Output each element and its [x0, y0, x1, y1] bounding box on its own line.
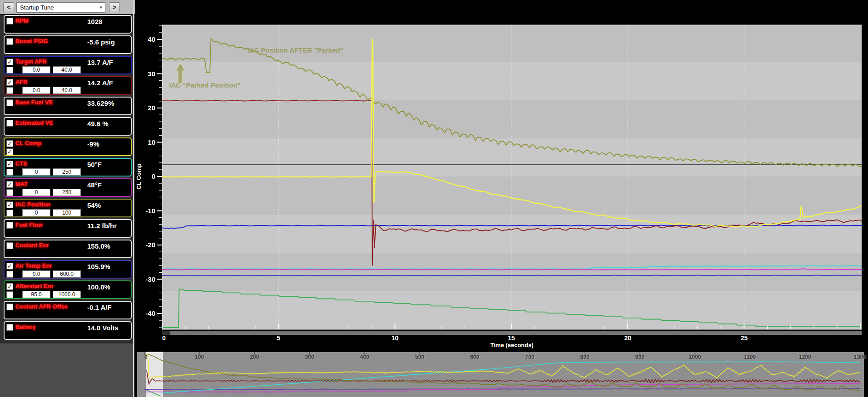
minimap-tick-label: 1200: [799, 354, 811, 360]
minimap-tick-label: 100: [195, 354, 204, 360]
log-viewer-window: < Startup Tune ▾ > RPM1028Boost PSIG-5.6…: [0, 0, 868, 397]
overview-minimap[interactable]: 0010010020020030030040040050050060060070…: [0, 0, 868, 397]
minimap-tick-label: 300: [305, 354, 314, 360]
minimap-tick-label: 1000: [689, 354, 701, 360]
minimap-tick-label: 500: [415, 354, 424, 360]
minimap-tick-label: 900: [635, 354, 645, 360]
minimap-tick-label: 1300: [854, 354, 866, 360]
minimap-tick-label: 0: [144, 354, 148, 360]
minimap-tick-label: 200: [250, 354, 259, 360]
minimap-tick-label: 400: [360, 354, 369, 360]
minimap-tick-label: 1100: [744, 354, 756, 360]
minimap-tick-label: 800: [580, 354, 590, 360]
minimap-tick-label: 700: [525, 354, 534, 360]
minimap-tick-label: 600: [470, 354, 479, 360]
